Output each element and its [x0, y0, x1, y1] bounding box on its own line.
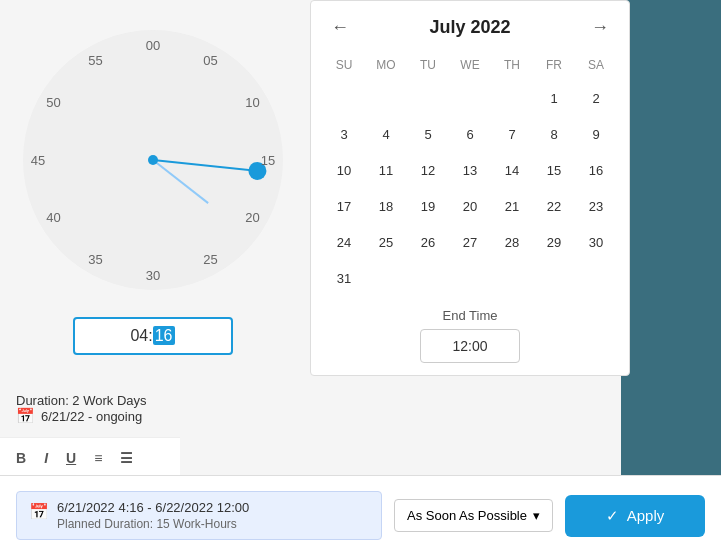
planned-duration-text: Planned Duration: 15 Work-Hours [57, 517, 249, 531]
calendar-day[interactable]: 17 [323, 188, 365, 224]
calendar-day[interactable]: 30 [575, 224, 617, 260]
calendar-day[interactable]: 10 [323, 152, 365, 188]
calendar-day [491, 80, 533, 116]
calendar-day[interactable]: 31 [323, 260, 365, 296]
cal-day-header: FR [533, 54, 575, 80]
calendar-day[interactable]: 4 [365, 116, 407, 152]
clock-number: 05 [203, 53, 217, 68]
calendar-day[interactable]: 14 [491, 152, 533, 188]
calendar-day[interactable]: 21 [491, 188, 533, 224]
clock-number: 25 [203, 252, 217, 267]
calendar-day[interactable]: 27 [449, 224, 491, 260]
calendar-day[interactable]: 8 [533, 116, 575, 152]
calendar-day[interactable]: 18 [365, 188, 407, 224]
dropdown-label: As Soon As Possible [407, 508, 527, 523]
clock-number: 10 [245, 95, 259, 110]
clock-number: 55 [88, 53, 102, 68]
calendar-next-button[interactable]: → [583, 13, 617, 42]
calendar-day[interactable]: 3 [323, 116, 365, 152]
soon-as-possible-dropdown[interactable]: As Soon As Possible ▾ [394, 499, 553, 532]
date-info-text: 6/21/2022 4:16 - 6/22/2022 12:00 Planned… [57, 500, 249, 531]
calendar-day[interactable]: 24 [323, 224, 365, 260]
calendar-day [407, 260, 449, 296]
time-hours: 04: [130, 327, 152, 344]
calendar-day[interactable]: 16 [575, 152, 617, 188]
calendar-day[interactable]: 9 [575, 116, 617, 152]
calendar-day[interactable]: 2 [575, 80, 617, 116]
format-bar: B I U ≡ ☰ [0, 437, 180, 477]
dropdown-chevron-icon: ▾ [533, 508, 540, 523]
clock-number: 35 [88, 252, 102, 267]
calendar-day [365, 80, 407, 116]
clock-number: 45 [30, 153, 44, 168]
cal-day-header: WE [449, 54, 491, 80]
calendar-day[interactable]: 23 [575, 188, 617, 224]
time-input[interactable]: 04:16 [73, 317, 233, 355]
calendar-day[interactable]: 13 [449, 152, 491, 188]
calendar-day[interactable]: 25 [365, 224, 407, 260]
calendar-blue-icon: 📅 [29, 502, 49, 521]
clock-number: 30 [145, 268, 159, 283]
calendar-day[interactable]: 12 [407, 152, 449, 188]
calendar-day[interactable]: 1 [533, 80, 575, 116]
clock-number: 40 [46, 210, 60, 225]
time-minutes: 16 [153, 326, 175, 345]
svg-point-3 [148, 155, 158, 165]
italic-icon[interactable]: I [40, 448, 52, 468]
clock-number: 15 [260, 153, 274, 168]
cal-day-header: TH [491, 54, 533, 80]
calendar-day[interactable]: 6 [449, 116, 491, 152]
calendar-day[interactable]: 28 [491, 224, 533, 260]
calendar-day [533, 260, 575, 296]
clock-widget: 000510152025303540455055 04:16 [5, 25, 300, 355]
cal-day-header: MO [365, 54, 407, 80]
calendar-header: ← July 2022 → [323, 13, 617, 42]
underline-icon[interactable]: U [62, 448, 80, 468]
cal-day-header: SA [575, 54, 617, 80]
calendar-day[interactable]: 5 [407, 116, 449, 152]
list-unordered-icon[interactable]: ☰ [116, 448, 137, 468]
date-range-text: 6/21/2022 4:16 - 6/22/2022 12:00 [57, 500, 249, 515]
calendar-prev-button[interactable]: ← [323, 13, 357, 42]
end-time-label: End Time [323, 308, 617, 323]
calendar-day[interactable]: 26 [407, 224, 449, 260]
calendar-day[interactable]: 29 [533, 224, 575, 260]
list-ordered-icon[interactable]: ≡ [90, 448, 106, 468]
calendar-day [323, 80, 365, 116]
end-time-section: End Time 12:00 [323, 308, 617, 363]
time-input-container: 04:16 [5, 305, 300, 355]
apply-button[interactable]: ✓ Apply [565, 495, 705, 537]
calendar-grid: SUMOTUWETHFRSA 1234567891011121314151617… [323, 54, 617, 296]
calendar-day [365, 260, 407, 296]
left-date-text: 6/21/22 - ongoing [41, 409, 142, 424]
calendar-widget: ← July 2022 → SUMOTUWETHFRSA 12345678910… [310, 0, 630, 376]
bold-icon[interactable]: B [12, 448, 30, 468]
calendar-day[interactable]: 19 [407, 188, 449, 224]
calendar-title: July 2022 [429, 17, 510, 38]
calendar-day[interactable]: 22 [533, 188, 575, 224]
calendar-day [407, 80, 449, 116]
calendar-day [575, 260, 617, 296]
clock-face[interactable]: 000510152025303540455055 [18, 25, 288, 295]
cal-day-header: SU [323, 54, 365, 80]
calendar-green-icon: 📅 [16, 407, 35, 425]
calendar-day[interactable]: 7 [491, 116, 533, 152]
date-info-box: 📅 6/21/2022 4:16 - 6/22/2022 12:00 Plann… [16, 491, 382, 540]
duration-label: Duration: 2 Work Days [16, 393, 147, 408]
calendar-day [449, 260, 491, 296]
clock-number: 20 [245, 210, 259, 225]
teal-bg-panel [621, 0, 721, 555]
calendar-day[interactable]: 15 [533, 152, 575, 188]
end-time-value[interactable]: 12:00 [420, 329, 520, 363]
apply-checkmark-icon: ✓ [606, 507, 619, 525]
cal-day-header: TU [407, 54, 449, 80]
calendar-day [449, 80, 491, 116]
calendar-day[interactable]: 11 [365, 152, 407, 188]
clock-number: 00 [145, 38, 159, 53]
calendar-day[interactable]: 20 [449, 188, 491, 224]
apply-label: Apply [627, 507, 665, 524]
calendar-day [491, 260, 533, 296]
bottom-bar: 📅 6/21/2022 4:16 - 6/22/2022 12:00 Plann… [0, 475, 721, 555]
left-date-label: 📅 6/21/22 - ongoing [16, 407, 142, 425]
clock-number: 50 [46, 95, 60, 110]
